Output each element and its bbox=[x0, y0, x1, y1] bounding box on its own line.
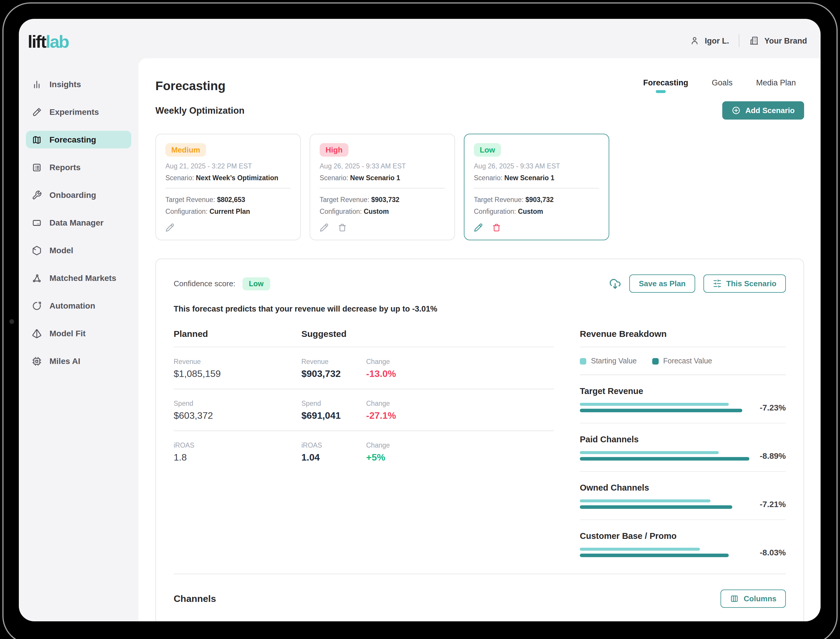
bar-chart-icon bbox=[32, 79, 42, 89]
edit-icon[interactable] bbox=[165, 223, 174, 232]
hard-drive-icon bbox=[32, 218, 42, 227]
scenario-card-high[interactable]: High Aug 26, 2025 - 9:33 AM EST Scenario… bbox=[310, 134, 455, 240]
change-label: Change bbox=[366, 389, 554, 407]
scenario-card-medium[interactable]: Medium Aug 21, 2025 - 3:22 PM EST Scenar… bbox=[155, 134, 301, 240]
breakdown-name: Target Revenue bbox=[580, 386, 786, 396]
legend: Starting Value Forecast Value bbox=[580, 357, 786, 365]
scenario-name: Next Week’s Optimization bbox=[196, 174, 279, 181]
target-revenue-label: Target Revenue: bbox=[165, 196, 215, 203]
change-value: -27.1% bbox=[366, 407, 554, 421]
confidence-score-label: Confidence score: bbox=[174, 279, 235, 288]
suggested-value: 1.04 bbox=[301, 449, 366, 463]
sidebar-item-label: Experiments bbox=[49, 107, 99, 117]
sidebar-item-automation[interactable]: Automation bbox=[26, 297, 131, 315]
columns-icon bbox=[730, 594, 739, 603]
sidebar-item-label: Reports bbox=[49, 162, 81, 172]
metric-label: Revenue bbox=[174, 348, 301, 365]
add-scenario-label: Add Scenario bbox=[745, 106, 795, 115]
planned-value: $1,085,159 bbox=[174, 365, 301, 379]
save-as-plan-button[interactable]: Save as Plan bbox=[629, 275, 695, 293]
sidebar-item-label: Automation bbox=[49, 301, 95, 310]
sidebar-item-onboarding[interactable]: Onboarding bbox=[26, 186, 131, 204]
columns-label: Columns bbox=[744, 594, 777, 603]
sidebar-item-model-fit[interactable]: Model Fit bbox=[26, 324, 131, 342]
comparison-row-spend: Spend $603,372 Spend $691,041 Change -27… bbox=[174, 389, 554, 421]
sidebar-item-data-manager[interactable]: Data Manager bbox=[26, 214, 131, 232]
logo-text-teal: lab bbox=[46, 32, 68, 51]
building-icon bbox=[750, 36, 759, 45]
metric-label: Revenue bbox=[301, 348, 366, 365]
configuration-label: Configuration: bbox=[320, 208, 362, 215]
scenario-label: Scenario: bbox=[165, 174, 194, 181]
this-scenario-button[interactable]: This Scenario bbox=[704, 275, 786, 293]
revenue-breakdown: Revenue Breakdown Starting Value Forecas… bbox=[580, 329, 786, 557]
edit-icon[interactable] bbox=[320, 223, 328, 232]
sidebar-item-miles-ai[interactable]: Miles AI bbox=[26, 352, 131, 370]
tab-media-plan[interactable]: Media Plan bbox=[756, 78, 796, 93]
scenario-date: Aug 26, 2025 - 9:33 AM EST bbox=[320, 162, 445, 170]
plus-circle-icon bbox=[732, 106, 740, 115]
topbar-divider bbox=[739, 34, 740, 47]
rotate-cw-icon bbox=[32, 300, 42, 311]
columns-button[interactable]: Columns bbox=[721, 590, 786, 608]
suggested-header: Suggested bbox=[301, 329, 366, 339]
tab-forecasting[interactable]: Forecasting bbox=[643, 78, 688, 93]
configuration-value: Current Plan bbox=[209, 208, 250, 215]
trash-icon[interactable] bbox=[338, 223, 347, 232]
target-revenue-label: Target Revenue: bbox=[474, 196, 524, 203]
logo-text-dark: lift bbox=[28, 32, 46, 51]
target-revenue-value: $903,732 bbox=[525, 196, 554, 203]
change-value: +5% bbox=[366, 449, 554, 463]
user-name: Igor L. bbox=[705, 36, 729, 45]
forecast-message: This forecast predicts that your revenue… bbox=[174, 305, 786, 313]
sidebar-item-reports[interactable]: Reports bbox=[26, 159, 131, 176]
change-value: -13.0% bbox=[366, 365, 554, 379]
legend-forecast-value: Forecast Value bbox=[652, 357, 712, 365]
add-scenario-button[interactable]: Add Scenario bbox=[722, 101, 804, 119]
configuration-label: Configuration: bbox=[165, 208, 208, 215]
legend-swatch-forecast bbox=[652, 358, 658, 364]
breakdown-change: -8.89% bbox=[749, 451, 786, 461]
sidebar-item-model[interactable]: Model bbox=[26, 242, 131, 259]
row-divider bbox=[580, 520, 786, 520]
target-revenue-value: $802,653 bbox=[217, 196, 245, 203]
channels-title: Channels bbox=[174, 593, 216, 604]
trash-icon[interactable] bbox=[492, 223, 501, 232]
sidebar-item-matched-markets[interactable]: Matched Markets bbox=[26, 269, 131, 287]
brand-menu[interactable]: Your Brand bbox=[750, 36, 807, 45]
sidebar-item-experiments[interactable]: Experiments bbox=[26, 103, 131, 121]
sidebar-item-label: Model bbox=[49, 246, 73, 255]
starting-value-bar bbox=[580, 451, 719, 454]
user-menu[interactable]: Igor L. bbox=[690, 36, 729, 45]
sidebar-item-forecasting[interactable]: Forecasting bbox=[26, 131, 131, 148]
plan-comparison: Planned Suggested Revenue $1,085,159 bbox=[174, 329, 554, 557]
breakdown-change: -8.03% bbox=[749, 548, 786, 557]
breakdown-bars bbox=[580, 499, 749, 509]
forecast-value-bar bbox=[580, 409, 743, 412]
device-mockup: liftlab Igor L. Your Brand bbox=[0, 0, 840, 639]
tab-goals[interactable]: Goals bbox=[712, 78, 732, 93]
breakdown-bars bbox=[580, 451, 749, 461]
edit-icon[interactable] bbox=[474, 223, 483, 232]
cpu-icon bbox=[32, 356, 42, 366]
legend-rule bbox=[580, 375, 786, 375]
scenario-name: New Scenario 1 bbox=[350, 174, 400, 181]
scenario-label: Scenario: bbox=[474, 174, 502, 181]
starting-value-bar bbox=[580, 403, 729, 406]
sidebar-item-insights[interactable]: Insights bbox=[26, 75, 131, 93]
suggested-value: $903,732 bbox=[301, 365, 366, 379]
starting-value-bar bbox=[580, 548, 700, 551]
forecast-value-bar bbox=[580, 457, 749, 461]
breakdown-bars bbox=[580, 548, 749, 557]
change-label: Change bbox=[366, 348, 554, 365]
legend-starting-value: Starting Value bbox=[580, 357, 637, 365]
brand-name: Your Brand bbox=[764, 36, 807, 45]
breakdown-name: Owned Channels bbox=[580, 483, 786, 492]
section-title: Weekly Optimization bbox=[155, 105, 244, 116]
scenario-card-low[interactable]: Low Aug 26, 2025 - 9:33 AM EST Scenario:… bbox=[464, 134, 609, 240]
sidebar-item-label: Insights bbox=[49, 79, 81, 89]
metric-label: iROAS bbox=[174, 431, 301, 449]
cloud-download-icon[interactable] bbox=[610, 278, 621, 289]
sliders-icon bbox=[713, 279, 722, 288]
scenario-date: Aug 26, 2025 - 9:33 AM EST bbox=[474, 162, 599, 170]
